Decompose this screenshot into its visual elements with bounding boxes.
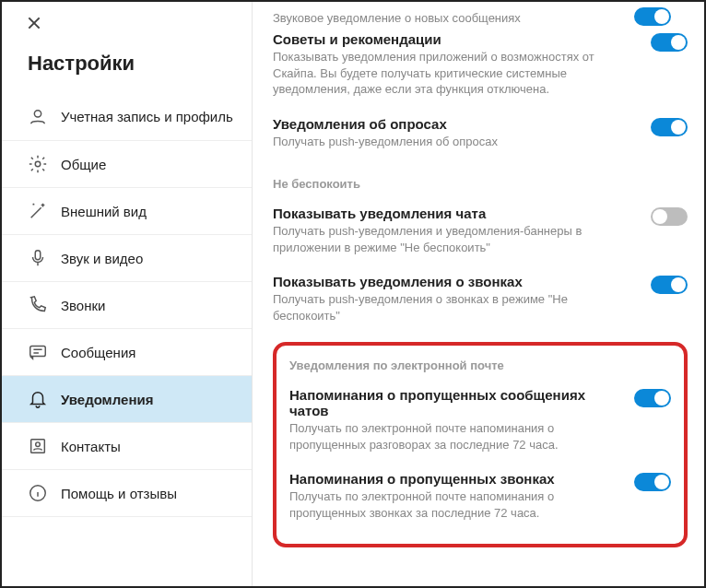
svg-point-0	[34, 111, 41, 117]
wand-icon	[28, 201, 48, 221]
contacts-icon	[28, 436, 48, 456]
chat-icon	[28, 342, 48, 362]
toggle-email-chat[interactable]	[634, 389, 671, 407]
sidebar-item-general[interactable]: Общие	[2, 141, 252, 188]
main-panel: Звуковое уведомление о новых сообщениях …	[253, 2, 704, 586]
account-icon	[28, 107, 48, 127]
toggle-dnd-calls[interactable]	[651, 276, 688, 294]
setting-desc: Получать push-уведомления об опросах	[273, 134, 638, 150]
sidebar-item-help[interactable]: Помощь и отзывы	[2, 470, 252, 517]
section-label-email: Уведомления по электронной почте	[289, 355, 671, 380]
setting-title: Напоминания о пропущенных сообщениях чат…	[289, 387, 621, 418]
nav-list: Учетная запись и профиль Общие Внешний в…	[2, 94, 252, 517]
setting-desc: Получать по электронной почте напоминани…	[289, 420, 621, 453]
phone-icon	[28, 295, 48, 315]
sidebar-item-label: Общие	[61, 157, 106, 172]
microphone-icon	[28, 248, 48, 268]
toggle-polls[interactable]	[651, 118, 688, 136]
sidebar-item-appearance[interactable]: Внешний вид	[2, 188, 252, 235]
page-title: Настройки	[2, 41, 252, 94]
sidebar-item-messaging[interactable]: Сообщения	[2, 329, 252, 376]
gear-icon	[28, 154, 48, 174]
setting-title: Показывать уведомления чата	[273, 206, 638, 221]
setting-desc: Звуковое уведомление о новых сообщениях	[273, 11, 521, 25]
setting-desc: Получать push-уведомления о звонках в ре…	[273, 291, 638, 323]
toggle-tips[interactable]	[651, 33, 688, 52]
info-icon	[28, 483, 48, 503]
sidebar-item-calling[interactable]: Звонки	[2, 282, 252, 329]
sidebar-item-notifications[interactable]: Уведомления	[2, 376, 252, 423]
svg-point-1	[35, 161, 41, 167]
email-notifications-section: Уведомления по электронной почте Напомин…	[273, 342, 688, 547]
setting-desc: Получать push-уведомления и уведомления-…	[273, 223, 638, 255]
setting-title: Советы и рекомендации	[273, 31, 638, 47]
sidebar-item-label: Сообщения	[61, 345, 135, 360]
sidebar-item-label: Внешний вид	[61, 204, 147, 219]
toggle-sound[interactable]	[634, 7, 671, 26]
setting-row-dnd-chat: Показывать уведомления чата Получать pus…	[273, 198, 688, 266]
sidebar-item-account[interactable]: Учетная запись и профиль	[2, 94, 252, 141]
setting-row-dnd-calls: Показывать уведомления о звонках Получат…	[273, 266, 688, 335]
setting-row-tips: Советы и рекомендации Показывать уведомл…	[273, 24, 688, 109]
close-icon[interactable]	[28, 17, 41, 29]
setting-desc: Показывать уведомления приложений о возм…	[273, 49, 638, 98]
toggle-dnd-chat[interactable]	[651, 207, 688, 226]
setting-title: Напоминания о пропущенных звонках	[289, 471, 621, 487]
setting-desc: Получать по электронной почте напоминани…	[289, 488, 621, 521]
section-label-dnd: Не беспокоить	[273, 160, 688, 198]
sidebar-item-label: Помощь и отзывы	[61, 486, 177, 501]
sidebar-item-label: Уведомления	[61, 392, 153, 407]
toggle-email-calls[interactable]	[634, 473, 671, 491]
setting-title: Показывать уведомления о звонках	[273, 274, 638, 289]
sidebar-item-label: Контакты	[61, 439, 121, 454]
sidebar-item-contacts[interactable]: Контакты	[2, 423, 252, 470]
sidebar-item-label: Звонки	[61, 298, 105, 313]
settings-window: Настройки Учетная запись и профиль Общие…	[0, 0, 706, 588]
sidebar: Настройки Учетная запись и профиль Общие…	[2, 2, 253, 586]
setting-row-email-calls: Напоминания о пропущенных звонках Получа…	[289, 464, 671, 532]
setting-row-email-chat: Напоминания о пропущенных сообщениях чат…	[289, 380, 671, 464]
setting-title: Уведомления об опросах	[273, 116, 638, 132]
svg-rect-2	[35, 251, 41, 260]
bell-icon	[28, 389, 48, 409]
svg-point-5	[36, 442, 41, 447]
sidebar-item-label: Учетная запись и профиль	[61, 109, 233, 125]
sidebar-item-label: Звук и видео	[61, 251, 143, 266]
sidebar-item-audio-video[interactable]: Звук и видео	[2, 235, 252, 282]
svg-rect-3	[30, 347, 46, 357]
setting-row-polls: Уведомления об опросах Получать push-уве…	[273, 109, 688, 161]
setting-row-sound-cut: Звуковое уведомление о новых сообщениях	[273, 9, 688, 24]
